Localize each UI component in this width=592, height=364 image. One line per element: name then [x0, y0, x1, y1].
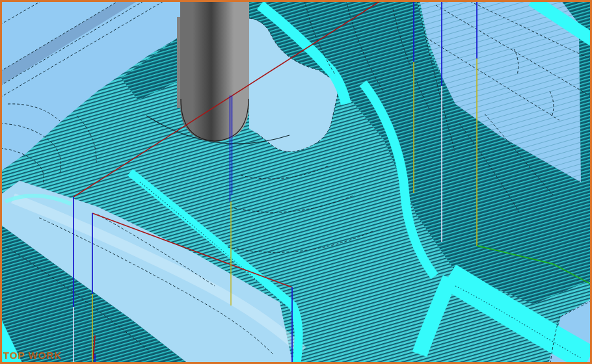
- tool-body: [180, 0, 249, 142]
- tool-holder-edge: [177, 17, 180, 108]
- wall-right-edge: [579, 29, 592, 195]
- view-name-label: TOP: [3, 350, 25, 361]
- scene-3d: [0, 0, 592, 364]
- view-plane-label: TOP WORK: [3, 350, 62, 361]
- cam-viewport[interactable]: TOP WORK: [0, 0, 592, 364]
- plane-name-label: WORK: [28, 350, 62, 361]
- cutting-tool: [177, 0, 249, 142]
